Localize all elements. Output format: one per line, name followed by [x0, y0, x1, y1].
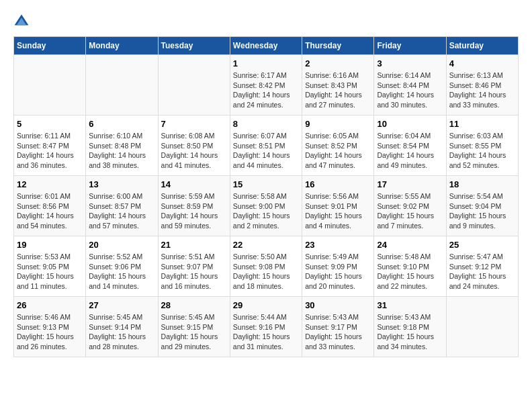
calendar-cell: 17Sunrise: 5:55 AM Sunset: 9:02 PM Dayli… [374, 176, 446, 236]
calendar-week-row: 12Sunrise: 6:01 AM Sunset: 8:56 PM Dayli… [14, 176, 519, 236]
day-number: 5 [17, 119, 83, 129]
day-number: 30 [305, 300, 371, 310]
calendar-cell: 11Sunrise: 6:03 AM Sunset: 8:55 PM Dayli… [446, 116, 518, 176]
calendar-cell: 1Sunrise: 6:17 AM Sunset: 8:42 PM Daylig… [230, 55, 302, 116]
day-info: Sunrise: 5:49 AM Sunset: 9:09 PM Dayligh… [305, 252, 371, 291]
calendar-cell [14, 55, 86, 116]
day-info: Sunrise: 5:43 AM Sunset: 9:18 PM Dayligh… [377, 312, 443, 352]
day-info: Sunrise: 6:11 AM Sunset: 8:47 PM Dayligh… [17, 131, 83, 171]
calendar-cell: 16Sunrise: 5:56 AM Sunset: 9:01 PM Dayli… [302, 176, 374, 236]
day-info: Sunrise: 6:05 AM Sunset: 8:52 PM Dayligh… [305, 131, 371, 171]
day-number: 21 [161, 240, 227, 250]
header-thursday: Thursday [302, 37, 374, 55]
day-info: Sunrise: 5:54 AM Sunset: 9:04 PM Dayligh… [449, 191, 515, 231]
day-info: Sunrise: 5:44 AM Sunset: 9:16 PM Dayligh… [233, 312, 299, 352]
day-info: Sunrise: 5:51 AM Sunset: 9:07 PM Dayligh… [161, 252, 227, 291]
day-info: Sunrise: 5:46 AM Sunset: 9:13 PM Dayligh… [17, 312, 83, 352]
day-number: 18 [449, 179, 515, 189]
day-number: 13 [89, 179, 154, 189]
calendar-cell: 28Sunrise: 5:45 AM Sunset: 9:15 PM Dayli… [158, 297, 230, 357]
calendar-cell: 4Sunrise: 6:13 AM Sunset: 8:46 PM Daylig… [446, 55, 518, 116]
day-number: 20 [89, 240, 154, 250]
header-wednesday: Wednesday [230, 37, 302, 55]
calendar-cell: 27Sunrise: 5:45 AM Sunset: 9:14 PM Dayli… [86, 297, 158, 357]
day-info: Sunrise: 5:43 AM Sunset: 9:17 PM Dayligh… [305, 312, 371, 352]
calendar-cell: 10Sunrise: 6:04 AM Sunset: 8:54 PM Dayli… [374, 116, 446, 176]
calendar-cell: 12Sunrise: 6:01 AM Sunset: 8:56 PM Dayli… [14, 176, 86, 236]
day-number: 1 [233, 58, 299, 68]
day-info: Sunrise: 5:48 AM Sunset: 9:10 PM Dayligh… [377, 252, 443, 291]
calendar-week-row: 1Sunrise: 6:17 AM Sunset: 8:42 PM Daylig… [14, 55, 519, 116]
header-friday: Friday [374, 37, 446, 55]
day-number: 19 [17, 240, 83, 250]
calendar-cell: 18Sunrise: 5:54 AM Sunset: 9:04 PM Dayli… [446, 176, 518, 236]
day-info: Sunrise: 6:14 AM Sunset: 8:44 PM Dayligh… [377, 71, 443, 110]
calendar-cell: 15Sunrise: 5:58 AM Sunset: 9:00 PM Dayli… [230, 176, 302, 236]
day-info: Sunrise: 5:58 AM Sunset: 9:00 PM Dayligh… [233, 191, 299, 231]
day-info: Sunrise: 5:45 AM Sunset: 9:15 PM Dayligh… [161, 312, 227, 352]
calendar-cell: 20Sunrise: 5:52 AM Sunset: 9:06 PM Dayli… [86, 236, 158, 297]
calendar-cell: 13Sunrise: 6:00 AM Sunset: 8:57 PM Dayli… [86, 176, 158, 236]
day-info: Sunrise: 6:10 AM Sunset: 8:48 PM Dayligh… [89, 131, 154, 171]
day-info: Sunrise: 6:04 AM Sunset: 8:54 PM Dayligh… [377, 131, 443, 171]
day-info: Sunrise: 5:52 AM Sunset: 9:06 PM Dayligh… [89, 252, 154, 291]
calendar-cell: 5Sunrise: 6:11 AM Sunset: 8:47 PM Daylig… [14, 116, 86, 176]
calendar-cell: 19Sunrise: 5:53 AM Sunset: 9:05 PM Dayli… [14, 236, 86, 297]
day-number: 25 [449, 240, 515, 250]
calendar-cell: 21Sunrise: 5:51 AM Sunset: 9:07 PM Dayli… [158, 236, 230, 297]
calendar-week-row: 5Sunrise: 6:11 AM Sunset: 8:47 PM Daylig… [14, 116, 519, 176]
day-number: 26 [17, 300, 83, 310]
day-number: 14 [161, 179, 227, 189]
calendar-week-row: 19Sunrise: 5:53 AM Sunset: 9:05 PM Dayli… [14, 236, 519, 297]
day-info: Sunrise: 6:01 AM Sunset: 8:56 PM Dayligh… [17, 191, 83, 231]
day-number: 27 [89, 300, 154, 310]
calendar-cell: 25Sunrise: 5:47 AM Sunset: 9:12 PM Dayli… [446, 236, 518, 297]
day-info: Sunrise: 6:07 AM Sunset: 8:51 PM Dayligh… [233, 131, 299, 171]
calendar-cell: 14Sunrise: 5:59 AM Sunset: 8:59 PM Dayli… [158, 176, 230, 236]
day-number: 3 [377, 58, 443, 68]
calendar-cell [158, 55, 230, 116]
day-info: Sunrise: 6:16 AM Sunset: 8:43 PM Dayligh… [305, 71, 371, 110]
logo-icon [13, 13, 30, 30]
calendar-table: SundayMondayTuesdayWednesdayThursdayFrid… [13, 36, 519, 357]
calendar-cell: 23Sunrise: 5:49 AM Sunset: 9:09 PM Dayli… [302, 236, 374, 297]
day-info: Sunrise: 5:47 AM Sunset: 9:12 PM Dayligh… [449, 252, 515, 291]
calendar-cell: 24Sunrise: 5:48 AM Sunset: 9:10 PM Dayli… [374, 236, 446, 297]
day-number: 12 [17, 179, 83, 189]
day-number: 24 [377, 240, 443, 250]
day-number: 22 [233, 240, 299, 250]
day-number: 16 [305, 179, 371, 189]
calendar-header-row: SundayMondayTuesdayWednesdayThursdayFrid… [14, 37, 519, 55]
calendar-cell [86, 55, 158, 116]
day-number: 31 [377, 300, 443, 310]
calendar-cell: 26Sunrise: 5:46 AM Sunset: 9:13 PM Dayli… [14, 297, 86, 357]
day-number: 23 [305, 240, 371, 250]
header-sunday: Sunday [14, 37, 86, 55]
calendar-cell: 8Sunrise: 6:07 AM Sunset: 8:51 PM Daylig… [230, 116, 302, 176]
calendar-cell: 7Sunrise: 6:08 AM Sunset: 8:50 PM Daylig… [158, 116, 230, 176]
header-saturday: Saturday [446, 37, 518, 55]
day-info: Sunrise: 5:53 AM Sunset: 9:05 PM Dayligh… [17, 252, 83, 291]
header-monday: Monday [86, 37, 158, 55]
day-number: 6 [89, 119, 154, 129]
day-info: Sunrise: 5:50 AM Sunset: 9:08 PM Dayligh… [233, 252, 299, 291]
day-info: Sunrise: 6:17 AM Sunset: 8:42 PM Dayligh… [233, 71, 299, 110]
day-number: 8 [233, 119, 299, 129]
day-info: Sunrise: 5:56 AM Sunset: 9:01 PM Dayligh… [305, 191, 371, 231]
calendar-cell: 6Sunrise: 6:10 AM Sunset: 8:48 PM Daylig… [86, 116, 158, 176]
day-number: 2 [305, 58, 371, 68]
day-number: 7 [161, 119, 227, 129]
day-info: Sunrise: 6:13 AM Sunset: 8:46 PM Dayligh… [449, 71, 515, 110]
day-number: 4 [449, 58, 515, 68]
day-info: Sunrise: 6:00 AM Sunset: 8:57 PM Dayligh… [89, 191, 154, 231]
day-info: Sunrise: 6:03 AM Sunset: 8:55 PM Dayligh… [449, 131, 515, 171]
day-number: 9 [305, 119, 371, 129]
day-number: 28 [161, 300, 227, 310]
calendar-cell: 30Sunrise: 5:43 AM Sunset: 9:17 PM Dayli… [302, 297, 374, 357]
day-info: Sunrise: 5:45 AM Sunset: 9:14 PM Dayligh… [89, 312, 154, 352]
page-header [13, 13, 519, 30]
day-number: 10 [377, 119, 443, 129]
calendar-cell: 31Sunrise: 5:43 AM Sunset: 9:18 PM Dayli… [374, 297, 446, 357]
calendar-cell: 22Sunrise: 5:50 AM Sunset: 9:08 PM Dayli… [230, 236, 302, 297]
day-info: Sunrise: 5:59 AM Sunset: 8:59 PM Dayligh… [161, 191, 227, 231]
